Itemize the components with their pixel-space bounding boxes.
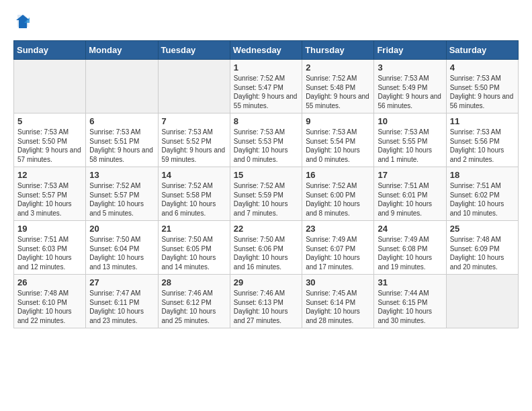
day-info: Sunrise: 7:52 AM Sunset: 5:57 PM Dayligh… [89, 181, 154, 218]
calendar-cell: 19Sunrise: 7:51 AM Sunset: 6:03 PM Dayli… [14, 221, 86, 275]
day-number: 6 [89, 116, 154, 126]
calendar-table: SundayMondayTuesdayWednesdayThursdayFrid… [13, 40, 519, 328]
calendar-cell: 24Sunrise: 7:49 AM Sunset: 6:08 PM Dayli… [374, 221, 446, 275]
calendar-week-row: 26Sunrise: 7:48 AM Sunset: 6:10 PM Dayli… [14, 275, 519, 328]
calendar-cell: 14Sunrise: 7:52 AM Sunset: 5:58 PM Dayli… [158, 167, 230, 221]
day-number: 13 [89, 170, 154, 180]
calendar-cell: 27Sunrise: 7:47 AM Sunset: 6:11 PM Dayli… [86, 275, 158, 328]
day-info: Sunrise: 7:51 AM Sunset: 6:02 PM Dayligh… [450, 181, 515, 218]
calendar-cell: 12Sunrise: 7:53 AM Sunset: 5:57 PM Dayli… [14, 167, 86, 221]
day-of-week-header: Friday [374, 41, 446, 60]
day-info: Sunrise: 7:52 AM Sunset: 5:48 PM Dayligh… [306, 74, 370, 110]
calendar-cell: 10Sunrise: 7:53 AM Sunset: 5:55 PM Dayli… [374, 113, 446, 167]
calendar-cell: 20Sunrise: 7:50 AM Sunset: 6:04 PM Dayli… [86, 221, 158, 275]
day-info: Sunrise: 7:51 AM Sunset: 6:01 PM Dayligh… [378, 181, 442, 218]
day-number: 23 [306, 224, 370, 234]
calendar-cell: 29Sunrise: 7:46 AM Sunset: 6:13 PM Dayli… [230, 275, 302, 328]
day-number: 17 [378, 170, 442, 180]
day-number: 16 [306, 170, 370, 180]
day-info: Sunrise: 7:49 AM Sunset: 6:07 PM Dayligh… [306, 235, 370, 271]
day-number: 28 [162, 277, 226, 287]
day-info: Sunrise: 7:44 AM Sunset: 6:15 PM Dayligh… [378, 289, 442, 325]
logo [13, 13, 31, 30]
day-info: Sunrise: 7:46 AM Sunset: 6:13 PM Dayligh… [234, 289, 298, 325]
calendar-cell: 2Sunrise: 7:52 AM Sunset: 5:48 PM Daylig… [302, 60, 374, 113]
day-number: 18 [450, 170, 515, 180]
day-info: Sunrise: 7:50 AM Sunset: 6:05 PM Dayligh… [162, 235, 226, 271]
day-number: 1 [234, 62, 298, 73]
calendar-cell: 26Sunrise: 7:48 AM Sunset: 6:10 PM Dayli… [14, 275, 86, 328]
calendar-cell: 15Sunrise: 7:52 AM Sunset: 5:59 PM Dayli… [230, 167, 302, 221]
day-of-week-header: Saturday [446, 41, 518, 60]
day-info: Sunrise: 7:50 AM Sunset: 6:06 PM Dayligh… [234, 235, 298, 271]
day-info: Sunrise: 7:50 AM Sunset: 6:04 PM Dayligh… [89, 235, 154, 271]
day-info: Sunrise: 7:53 AM Sunset: 5:52 PM Dayligh… [162, 128, 226, 164]
day-number: 24 [378, 224, 442, 234]
calendar-cell: 9Sunrise: 7:53 AM Sunset: 5:54 PM Daylig… [302, 113, 374, 167]
day-info: Sunrise: 7:53 AM Sunset: 5:54 PM Dayligh… [306, 128, 370, 164]
calendar-week-row: 1Sunrise: 7:52 AM Sunset: 5:47 PM Daylig… [14, 60, 519, 113]
day-info: Sunrise: 7:53 AM Sunset: 5:53 PM Dayligh… [234, 128, 298, 164]
day-info: Sunrise: 7:51 AM Sunset: 6:03 PM Dayligh… [17, 235, 82, 271]
day-of-week-header: Thursday [302, 41, 374, 60]
day-of-week-header: Sunday [14, 41, 86, 60]
calendar-cell: 25Sunrise: 7:48 AM Sunset: 6:09 PM Dayli… [446, 221, 518, 275]
day-info: Sunrise: 7:48 AM Sunset: 6:09 PM Dayligh… [450, 235, 515, 271]
day-info: Sunrise: 7:52 AM Sunset: 5:47 PM Dayligh… [234, 74, 298, 110]
day-info: Sunrise: 7:53 AM Sunset: 5:57 PM Dayligh… [17, 181, 82, 218]
day-info: Sunrise: 7:52 AM Sunset: 6:00 PM Dayligh… [306, 181, 370, 218]
day-info: Sunrise: 7:45 AM Sunset: 6:14 PM Dayligh… [306, 289, 370, 325]
day-number: 20 [89, 224, 154, 234]
day-info: Sunrise: 7:53 AM Sunset: 5:50 PM Dayligh… [17, 128, 82, 164]
calendar-cell: 4Sunrise: 7:53 AM Sunset: 5:50 PM Daylig… [446, 60, 518, 113]
day-number: 4 [450, 62, 515, 73]
day-number: 25 [450, 224, 515, 234]
calendar-cell: 28Sunrise: 7:46 AM Sunset: 6:12 PM Dayli… [158, 275, 230, 328]
day-number: 9 [306, 116, 370, 126]
calendar-cell [14, 60, 86, 113]
calendar-cell: 13Sunrise: 7:52 AM Sunset: 5:57 PM Dayli… [86, 167, 158, 221]
day-number: 21 [162, 224, 226, 234]
day-number: 19 [17, 224, 82, 234]
logo-icon [15, 13, 31, 30]
day-info: Sunrise: 7:48 AM Sunset: 6:10 PM Dayligh… [17, 289, 82, 325]
calendar-cell: 8Sunrise: 7:53 AM Sunset: 5:53 PM Daylig… [230, 113, 302, 167]
day-info: Sunrise: 7:53 AM Sunset: 5:50 PM Dayligh… [450, 74, 515, 110]
calendar-week-row: 19Sunrise: 7:51 AM Sunset: 6:03 PM Dayli… [14, 221, 519, 275]
calendar-cell: 7Sunrise: 7:53 AM Sunset: 5:52 PM Daylig… [158, 113, 230, 167]
calendar-header-row: SundayMondayTuesdayWednesdayThursdayFrid… [14, 41, 519, 60]
day-number: 30 [306, 277, 370, 287]
calendar-cell: 18Sunrise: 7:51 AM Sunset: 6:02 PM Dayli… [446, 167, 518, 221]
day-info: Sunrise: 7:53 AM Sunset: 5:49 PM Dayligh… [378, 74, 442, 110]
calendar-cell: 6Sunrise: 7:53 AM Sunset: 5:51 PM Daylig… [86, 113, 158, 167]
day-number: 8 [234, 116, 298, 126]
day-number: 14 [162, 170, 226, 180]
calendar-week-row: 12Sunrise: 7:53 AM Sunset: 5:57 PM Dayli… [14, 167, 519, 221]
page-header [13, 13, 519, 30]
day-info: Sunrise: 7:46 AM Sunset: 6:12 PM Dayligh… [162, 289, 226, 325]
day-number: 2 [306, 62, 370, 73]
calendar-week-row: 5Sunrise: 7:53 AM Sunset: 5:50 PM Daylig… [14, 113, 519, 167]
calendar-cell: 16Sunrise: 7:52 AM Sunset: 6:00 PM Dayli… [302, 167, 374, 221]
calendar-cell: 21Sunrise: 7:50 AM Sunset: 6:05 PM Dayli… [158, 221, 230, 275]
day-of-week-header: Tuesday [158, 41, 230, 60]
calendar-cell: 5Sunrise: 7:53 AM Sunset: 5:50 PM Daylig… [14, 113, 86, 167]
calendar-cell: 17Sunrise: 7:51 AM Sunset: 6:01 PM Dayli… [374, 167, 446, 221]
calendar-cell: 22Sunrise: 7:50 AM Sunset: 6:06 PM Dayli… [230, 221, 302, 275]
calendar-cell [158, 60, 230, 113]
day-info: Sunrise: 7:47 AM Sunset: 6:11 PM Dayligh… [89, 289, 154, 325]
calendar-cell: 23Sunrise: 7:49 AM Sunset: 6:07 PM Dayli… [302, 221, 374, 275]
day-number: 31 [378, 277, 442, 287]
day-number: 3 [378, 62, 442, 73]
day-info: Sunrise: 7:49 AM Sunset: 6:08 PM Dayligh… [378, 235, 442, 271]
day-info: Sunrise: 7:52 AM Sunset: 5:58 PM Dayligh… [162, 181, 226, 218]
calendar-cell: 31Sunrise: 7:44 AM Sunset: 6:15 PM Dayli… [374, 275, 446, 328]
day-number: 22 [234, 224, 298, 234]
day-number: 27 [89, 277, 154, 287]
day-info: Sunrise: 7:52 AM Sunset: 5:59 PM Dayligh… [234, 181, 298, 218]
day-info: Sunrise: 7:53 AM Sunset: 5:56 PM Dayligh… [450, 128, 515, 164]
day-number: 12 [17, 170, 82, 180]
day-info: Sunrise: 7:53 AM Sunset: 5:51 PM Dayligh… [89, 128, 154, 164]
day-number: 15 [234, 170, 298, 180]
day-number: 5 [17, 116, 82, 126]
